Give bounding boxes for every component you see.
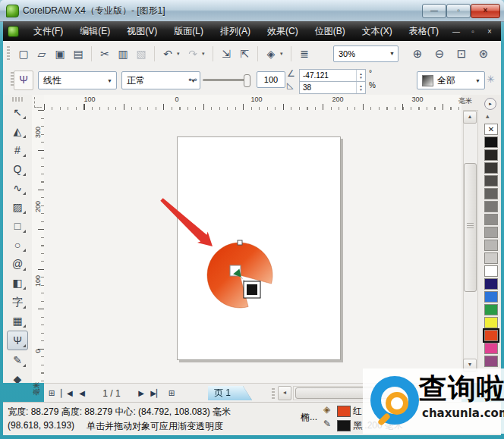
color-swatch-11[interactable] — [484, 265, 498, 277]
color-swatch-15[interactable] — [484, 317, 498, 328]
zoom-out-icon[interactable]: ⊖ — [431, 47, 448, 61]
open-folder-icon[interactable]: ▱ — [33, 48, 51, 60]
toolbox-grip[interactable] — [12, 97, 23, 102]
transparency-target-dropdown[interactable]: 全部 ▼ — [417, 71, 485, 89]
minimize-button[interactable]: — — [422, 4, 446, 18]
horizontal-ruler[interactable]: 1000100200300 — [44, 95, 461, 111]
zoom-in-icon[interactable]: ⊕ — [409, 47, 426, 61]
eyedropper-tool[interactable]: ✎ — [8, 351, 27, 369]
close-button[interactable]: × — [471, 4, 500, 18]
menu-item-7[interactable]: 位图(B) — [308, 22, 352, 41]
restore-button[interactable]: ▫ — [446, 4, 471, 18]
table-tool[interactable]: ▦ — [8, 312, 27, 330]
color-swatch-18[interactable] — [484, 356, 498, 367]
transparency-preview-icon[interactable]: Ψ — [14, 71, 33, 90]
freehand-tool[interactable]: ∿ — [8, 179, 27, 197]
menu-item-2[interactable]: 编辑(E) — [73, 22, 117, 41]
page-tab[interactable]: 页 1 — [208, 386, 252, 400]
zoom-selected-icon[interactable]: ⊡ — [453, 47, 470, 61]
shape-node-handle[interactable] — [238, 240, 242, 245]
export-icon[interactable]: ⇱ — [235, 48, 254, 60]
mdi-restore-button[interactable]: ▫ — [468, 27, 478, 36]
toolbar-grip[interactable] — [7, 46, 10, 61]
scroll-left-icon[interactable]: ◂ — [278, 386, 291, 400]
vertical-scrollbar-thumb[interactable] — [464, 163, 477, 292]
add-page-icon[interactable]: ⊞ — [164, 389, 179, 397]
color-swatch-2[interactable] — [484, 149, 498, 161]
color-swatch-6[interactable] — [484, 201, 498, 212]
undo-icon[interactable]: ↶ — [159, 48, 177, 60]
rectangle-tool[interactable]: □ — [8, 217, 27, 235]
menu-item-1[interactable]: 文件(F) — [27, 22, 70, 41]
color-swatch-16[interactable] — [484, 330, 498, 341]
crop-tool[interactable]: # — [8, 141, 27, 159]
next-page-icon[interactable]: ▶ — [134, 389, 149, 397]
first-page-icon[interactable]: ▏◀ — [59, 389, 74, 397]
options-icon[interactable]: ≣ — [295, 48, 313, 60]
freeze-transparency-icon[interactable]: ✳ — [487, 74, 495, 85]
paste-icon[interactable]: ▧ — [132, 48, 150, 60]
basic-shapes-tool[interactable]: ◧ — [8, 274, 27, 292]
menu-item-8[interactable]: 文本(X) — [355, 22, 399, 41]
cut-icon[interactable]: ✂ — [96, 48, 114, 60]
no-color-swatch[interactable]: ✕ — [484, 124, 498, 135]
scroll-up-icon[interactable]: ▴ — [463, 111, 477, 124]
scrollbar-grip[interactable] — [272, 388, 275, 399]
outline-pen-tool[interactable]: ◆ — [8, 370, 27, 383]
ruler-origin-icon[interactable] — [32, 95, 45, 111]
color-swatch-9[interactable] — [484, 240, 498, 251]
color-swatch-14[interactable] — [484, 304, 498, 315]
import-icon[interactable]: ⇲ — [217, 48, 235, 60]
spinner-arrows-icon[interactable]: ▴▾ — [356, 82, 365, 93]
palette-flyout-icon[interactable]: ▸ — [484, 98, 496, 110]
zoom-level-combo[interactable]: 30% ▼ — [333, 45, 398, 62]
midpoint-slider[interactable] — [203, 79, 248, 81]
color-swatch-12[interactable] — [484, 278, 498, 290]
redo-icon[interactable]: ↷ — [184, 48, 202, 60]
new-document-icon[interactable]: ▢ — [14, 48, 33, 60]
app-launcher-icon[interactable]: ◈ — [262, 48, 280, 60]
copy-icon[interactable]: ▥ — [114, 48, 132, 60]
text-tool[interactable]: 字 — [8, 293, 27, 311]
last-page-icon[interactable]: ▶▏ — [149, 389, 164, 397]
pick-tool[interactable]: ↖ — [8, 103, 27, 121]
palette-scroll-up-icon[interactable]: ▴ — [486, 112, 490, 120]
color-swatch-7[interactable] — [484, 214, 498, 225]
gradient-angle-field[interactable]: -47.121 ▴▾ — [299, 69, 366, 82]
mdi-close-button[interactable]: × — [484, 27, 495, 36]
midpoint-slider-handle[interactable] — [244, 74, 250, 87]
color-swatch-13[interactable] — [484, 291, 498, 303]
print-icon[interactable]: ▤ — [69, 48, 87, 60]
edge-pad-field[interactable]: 38 ▴▾ — [299, 81, 366, 94]
previous-page-icon[interactable]: ◀ — [74, 389, 90, 397]
redo-icon-caret[interactable]: ▾ — [202, 51, 209, 57]
color-swatch-8[interactable] — [484, 227, 498, 238]
app-launcher-icon-caret[interactable]: ▾ — [280, 51, 287, 57]
smart-fill-tool[interactable]: ▨ — [8, 198, 27, 216]
transparency-type-dropdown[interactable]: 线性 ▼ — [38, 71, 117, 89]
menu-item-3[interactable]: 视图(V) — [120, 22, 164, 41]
undo-icon-caret[interactable]: ▾ — [177, 51, 184, 57]
menu-item-9[interactable]: 表格(T) — [402, 22, 446, 41]
color-swatch-5[interactable] — [484, 188, 498, 199]
color-swatch-17[interactable] — [484, 343, 498, 354]
add-page-icon[interactable]: ⊞ — [44, 389, 59, 397]
color-swatch-4[interactable] — [484, 175, 498, 187]
transparency-end-handle[interactable] — [247, 284, 257, 295]
mdi-minimize-button[interactable]: — — [451, 27, 461, 36]
spinner-arrows-icon[interactable]: ▴▾ — [356, 70, 365, 81]
menu-item-6[interactable]: 效果(C) — [260, 22, 305, 41]
zoom-all-icon[interactable]: ⊛ — [475, 47, 492, 61]
color-swatch-10[interactable] — [484, 252, 498, 264]
shape-tool[interactable]: ◭ — [8, 122, 27, 140]
menu-item-5[interactable]: 排列(A) — [213, 22, 257, 41]
color-swatch-3[interactable] — [484, 162, 498, 174]
vertical-ruler[interactable]: 3002001000 — [32, 110, 45, 383]
menu-item-4[interactable]: 版面(L) — [167, 22, 210, 41]
zoom-tool[interactable]: Q — [8, 160, 27, 178]
transparency-tool[interactable]: Ψ — [7, 331, 28, 350]
polygon-tool[interactable]: @ — [8, 255, 27, 273]
save-icon[interactable]: ▣ — [51, 48, 69, 60]
ellipse-tool[interactable]: ○ — [8, 236, 27, 254]
color-swatch-1[interactable] — [484, 136, 498, 148]
